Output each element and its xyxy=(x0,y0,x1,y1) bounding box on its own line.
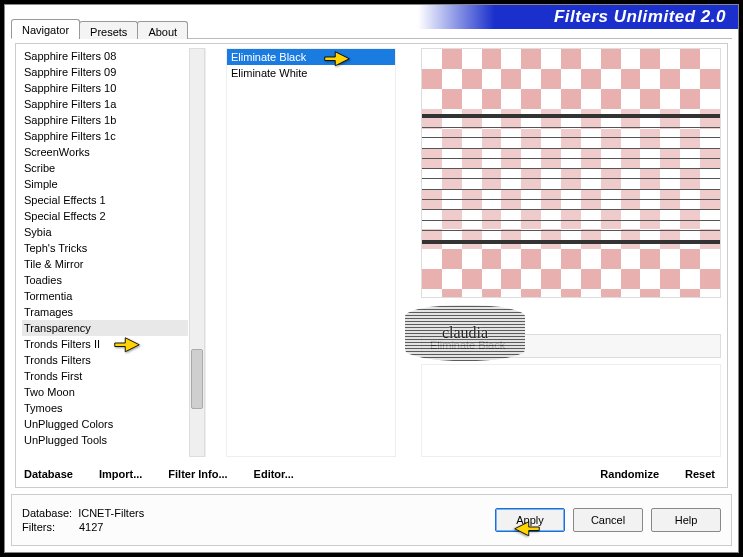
category-item[interactable]: Special Effects 2 xyxy=(22,208,188,224)
category-item[interactable]: Tramages xyxy=(22,304,188,320)
category-item[interactable]: Special Effects 1 xyxy=(22,192,188,208)
category-item[interactable]: Tormentia xyxy=(22,288,188,304)
help-button[interactable]: Help xyxy=(651,508,721,532)
status-text: Database:ICNET-Filters Filters:4127 xyxy=(22,506,144,534)
category-item[interactable]: Sapphire Filters 1c xyxy=(22,128,188,144)
category-item[interactable]: Tile & Mirror xyxy=(22,256,188,272)
filter-item[interactable]: Eliminate Black xyxy=(227,49,395,65)
category-item[interactable]: Two Moon xyxy=(22,384,188,400)
scrollbar-thumb[interactable] xyxy=(191,349,203,409)
category-item[interactable]: Teph's Tricks xyxy=(22,240,188,256)
database-button[interactable]: Database xyxy=(24,468,73,480)
action-button-row: Apply Cancel Help xyxy=(495,508,721,532)
status-database-label: Database: xyxy=(22,507,72,519)
parameter-label: Eliminate Black xyxy=(421,334,721,358)
tab-about[interactable]: About xyxy=(137,21,188,39)
title-bar: Filters Unlimited 2.0 xyxy=(418,5,738,29)
category-scrollbar[interactable] xyxy=(189,48,205,457)
category-item[interactable]: Transparency xyxy=(22,320,188,336)
category-item[interactable]: Sapphire Filters 09 xyxy=(22,64,188,80)
category-item[interactable]: Simple xyxy=(22,176,188,192)
tab-bar: Navigator Presets About xyxy=(11,19,187,41)
category-item[interactable]: Sybia xyxy=(22,224,188,240)
randomize-button[interactable]: Randomize xyxy=(600,468,659,480)
category-item[interactable]: Sapphire Filters 10 xyxy=(22,80,188,96)
category-item[interactable]: Sapphire Filters 08 xyxy=(22,48,188,64)
category-item[interactable]: ScreenWorks xyxy=(22,144,188,160)
navigator-panel: Sapphire Filters 08Sapphire Filters 09Sa… xyxy=(15,43,728,488)
category-item[interactable]: Tymoes xyxy=(22,400,188,416)
category-item[interactable]: Tronds First xyxy=(22,368,188,384)
preview-lines xyxy=(422,109,720,249)
tab-presets[interactable]: Presets xyxy=(79,21,138,39)
category-item[interactable]: Sapphire Filters 1a xyxy=(22,96,188,112)
filter-info-button[interactable]: Filter Info... xyxy=(168,468,227,480)
category-item[interactable]: UnPlugged Tools xyxy=(22,432,188,448)
category-item[interactable]: UnPlugged Colors xyxy=(22,416,188,432)
category-item[interactable]: Toadies xyxy=(22,272,188,288)
category-item[interactable]: Sapphire Filters 1b xyxy=(22,112,188,128)
panel-button-bar: Database Import... Filter Info... Editor… xyxy=(16,461,727,487)
import-button[interactable]: Import... xyxy=(99,468,142,480)
category-item[interactable]: Scribe xyxy=(22,160,188,176)
status-database-value: ICNET-Filters xyxy=(78,507,144,519)
reset-button[interactable]: Reset xyxy=(685,468,715,480)
parameter-area xyxy=(421,364,721,457)
filter-list[interactable]: Eliminate BlackEliminate White xyxy=(226,48,396,457)
app-window: Filters Unlimited 2.0 Navigator Presets … xyxy=(4,4,739,553)
category-item[interactable]: Tronds Filters II xyxy=(22,336,188,352)
status-bar: Database:ICNET-Filters Filters:4127 Appl… xyxy=(11,494,732,546)
preview-area xyxy=(421,48,721,298)
filter-item[interactable]: Eliminate White xyxy=(227,65,395,81)
status-filters-label: Filters: xyxy=(22,521,55,533)
status-filters-value: 4127 xyxy=(79,521,103,533)
category-list[interactable]: Sapphire Filters 08Sapphire Filters 09Sa… xyxy=(22,48,206,457)
apply-button[interactable]: Apply xyxy=(495,508,565,532)
category-item[interactable]: Tronds Filters xyxy=(22,352,188,368)
cancel-button[interactable]: Cancel xyxy=(573,508,643,532)
tab-navigator[interactable]: Navigator xyxy=(11,19,80,39)
editor-button[interactable]: Editor... xyxy=(254,468,294,480)
